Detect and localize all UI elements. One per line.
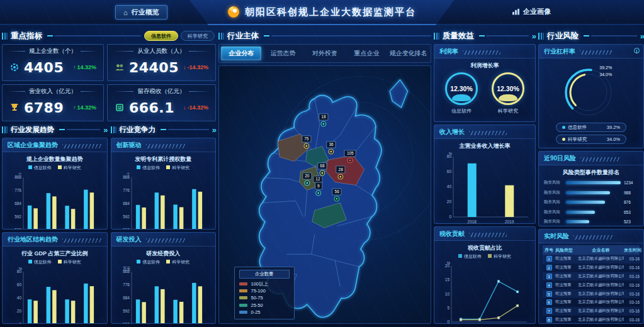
marker-value: 20 [302,172,312,180]
map-marker[interactable]: 105 [344,150,356,164]
event-time: 03-16 [624,300,640,304]
section-divider [264,35,431,36]
hatch-decoration [146,238,186,243]
stat-value: 4405 [24,60,64,75]
panel-leverage: 行业杠杆率 39.2%34.0% 信息软件39.2%科学研究34.0% [538,44,644,148]
svg-text:592: 592 [123,214,130,219]
legend-swatch [166,165,170,169]
people-icon [115,62,125,72]
stat-label: 营业收入（亿元） [29,87,77,96]
marker-value: 105 [344,150,356,157]
legend-swatch [458,254,462,258]
event-time: 03-16 [624,309,640,313]
header-title-band: 朝阳区科创规上企业大数据监测平台 [190,0,455,25]
table-row: 6司法预警北京启航卓越科技有限公司03-16 [543,298,640,307]
company-name: 北京启航卓越科技有限公司 [578,282,624,288]
stat-value: 666.1 [129,100,174,116]
svg-text:684: 684 [123,201,130,206]
map-legend-item: 75-100 [239,287,290,294]
risk-type: 司法预警 [555,282,578,288]
panel-title: 行业杠杆率 [544,47,575,56]
key-indicator-tab[interactable]: 信息软件 [144,31,178,41]
company-name: 北京启航卓越科技有限公司 [578,317,624,323]
legend-swatch [28,165,32,169]
map-tab[interactable]: 企业分布 [221,47,261,60]
map-marker[interactable]: 20 [302,172,312,186]
map-marker[interactable]: 75 [302,135,311,149]
hatch-decoration [469,131,507,135]
svg-text:%: % [447,261,451,265]
section-key-indicators-header: 重点指标 信息软件科学研究 [2,30,216,42]
marker-value: 68 [317,162,327,170]
map-marker[interactable]: 9 [315,182,322,196]
chart-title: 风险类型事件数量排名 [563,169,619,177]
home-icon: ⌂ [123,9,128,16]
panel-tax-contribution: 税收贡献 税收贡献占比信息软件科学研究05101520%201620172018… [434,226,536,324]
svg-text:20: 20 [17,309,22,313]
hatch-decoration [573,235,613,240]
expand-chevrons-icon[interactable]: » [103,126,107,134]
company-name: 北京启航卓越科技有限公司 [578,256,624,262]
quality-column: 质量效益 » 利润率 利润增长率 12.30%信息软件12.30%科学研究 收入… [434,29,536,324]
section-title-risk: 行业风险 [547,31,579,42]
wave-decoration [499,94,517,101]
table-row: 4司法预警北京启航卓越科技有限公司03-16 [543,280,640,289]
svg-text:500: 500 [14,228,21,229]
map-pin-icon [334,196,340,202]
expand-chevrons-icon[interactable]: » [640,32,644,40]
row-index-badge: 1 [546,256,552,262]
section-divider [584,35,637,36]
chart-legend: 信息软件科学研究 [28,259,81,265]
map-tab[interactable]: 运营态势 [263,47,303,60]
stat-delta: ↓-14.32% [183,64,208,70]
info-icon[interactable] [634,48,640,53]
key-indicator-tabs: 信息软件科学研究 [144,31,215,41]
event-time: 03-16 [624,292,640,296]
row-index-badge: 4 [546,282,552,288]
svg-text:0: 0 [19,322,21,323]
tax-box-icon [115,103,125,113]
risk-type: 司法预警 [555,308,578,314]
risk-type: 司法预警 [555,291,578,297]
table-row: 5司法预警北京启航卓越科技有限公司03-16 [543,289,640,298]
svg-text:60: 60 [447,169,452,174]
map-tab[interactable]: 重点企业 [346,47,387,60]
nav-industry-overview[interactable]: ⌂ 行业概览 [115,5,167,19]
svg-text:%: % [449,152,453,155]
nav-enterprise-portrait[interactable]: 企业画像 [509,5,555,18]
stat-label: 留存税收（亿元） [137,87,185,96]
map-marker[interactable]: 68 [317,162,327,176]
map-legend-title: 企业数量 [239,270,290,279]
panel-title: 创新驱动 [116,141,142,150]
section-divider [59,129,100,130]
svg-text:0: 0 [449,214,451,219]
company-name: 北京启航卓越科技有限公司 [578,274,624,279]
map-marker[interactable]: 36 [326,141,336,155]
hatch-decoration [62,144,102,148]
map-marker[interactable]: 56 [332,188,342,202]
company-name: 北京启航卓越科技有限公司 [578,291,624,297]
map-marker[interactable]: 18 [319,113,328,127]
section-marker-icon [434,33,439,40]
svg-text:592: 592 [14,214,21,219]
chart-patents: 发明专利累计授权数量信息软件科学研究500592684776868个201620… [111,152,216,229]
expand-chevrons-icon[interactable]: » [532,32,536,40]
stat-value: 24405 [129,60,179,75]
app-header: ⌂ 行业概览 朝阳区科创规上企业大数据监测平台 企业画像 [0,0,644,25]
svg-text:10: 10 [445,292,450,296]
section-divider [161,129,209,130]
chart-tax-share: 税收贡献占比信息软件科学研究05101520%2016201720182019 [434,241,535,323]
key-indicator-tab[interactable]: 科学研究 [181,31,215,41]
map-tab[interactable]: 规企变化排名 [388,47,429,60]
marker-value: 56 [332,188,342,196]
table-row: 7司法预警北京启航卓越科技有限公司03-16 [543,307,640,316]
expand-chevrons-icon[interactable]: » [212,126,216,134]
hatch-decoration [146,144,186,148]
map-tab[interactable]: 对外投资 [305,47,345,60]
map-pin-icon [320,121,326,127]
map-pin-icon [347,158,353,164]
map-marker[interactable]: 28 [336,166,346,180]
hbar-row: 融资风险988 [544,188,638,198]
svg-text:776: 776 [123,188,130,192]
svg-text:%: % [18,267,22,270]
